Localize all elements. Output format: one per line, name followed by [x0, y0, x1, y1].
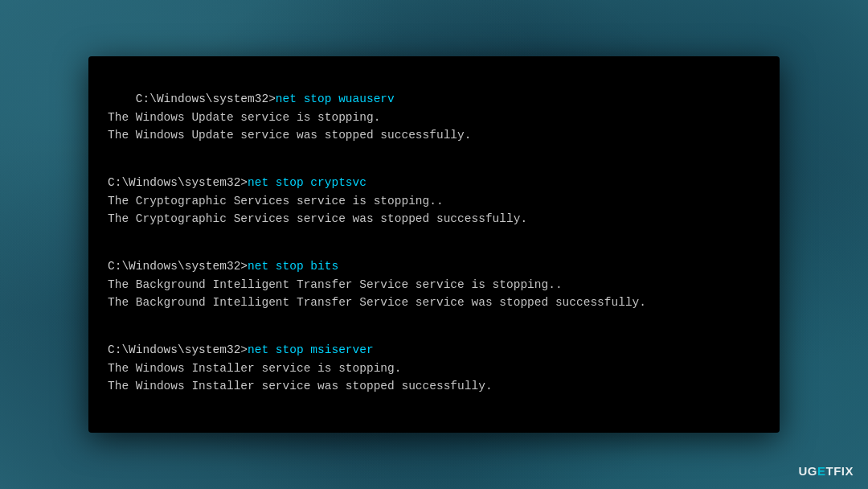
output-3-2: The Background Intelligent Transfer Serv…: [108, 296, 646, 309]
output-1-2: The Windows Update service was stopped s…: [108, 129, 471, 142]
watermark-text: UGETFIX: [798, 464, 854, 478]
cmd-command-4: net stop msiserver: [248, 343, 374, 356]
cmd-prompt-4: C:\Windows\system32>: [108, 343, 248, 356]
cmd-prompt-2: C:\Windows\system32>: [108, 176, 248, 189]
output-2-2: The Cryptographic Services service was s…: [108, 212, 527, 225]
cmd-command-3: net stop bits: [248, 260, 338, 273]
cmd-prompt-3: C:\Windows\system32>: [108, 260, 248, 273]
watermark: UGETFIX: [798, 464, 854, 478]
cmd-command-1: net stop wuauserv: [276, 92, 395, 105]
watermark-ug: UG: [798, 464, 817, 478]
output-2-1: The Cryptographic Services service is st…: [108, 195, 444, 208]
watermark-tfix: TFIX: [826, 464, 854, 478]
cmd-command-2: net stop cryptsvc: [248, 176, 366, 189]
output-3-1: The Background Intelligent Transfer Serv…: [108, 278, 563, 291]
output-4-2: The Windows Installer service was stoppe…: [108, 380, 493, 392]
cmd-prompt-1: C:\Windows\system32>: [136, 92, 276, 105]
terminal-content: C:\Windows\system32>net stop wuauserv Th…: [108, 72, 760, 413]
output-4-1: The Windows Installer service is stoppin…: [108, 362, 401, 375]
output-1-1: The Windows Update service is stopping.: [108, 111, 380, 124]
watermark-e: E: [817, 464, 826, 478]
terminal-window: C:\Windows\system32>net stop wuauserv Th…: [88, 56, 780, 433]
